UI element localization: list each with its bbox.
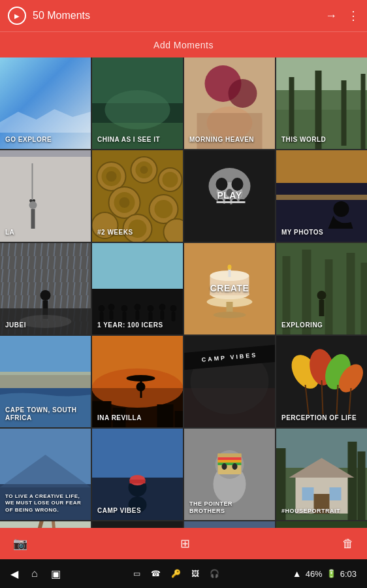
grid-item-la[interactable]: ♥ LA [0, 150, 91, 242]
arrow-right-icon[interactable]: → [325, 9, 337, 23]
svg-rect-166 [184, 521, 275, 528]
svg-rect-71 [110, 310, 114, 320]
houseportrait-bg [276, 429, 367, 520]
grid-item-go-explore[interactable]: GO EXPLORE [0, 57, 91, 149]
grid-item-icers[interactable]: 1 YEAR: 100 ICERS [92, 243, 183, 335]
grid-item-myphotos[interactable]: MY PHOTOS [276, 150, 367, 242]
svg-rect-141 [218, 457, 242, 460]
svg-point-78 [159, 304, 166, 310]
china-label: CHINA AS I SEE IT [97, 136, 178, 144]
exploring-bg [276, 243, 367, 335]
app-logo [8, 7, 26, 25]
svg-rect-135 [130, 480, 146, 483]
grid-item-morning[interactable]: Morning Heaven [184, 57, 275, 149]
ina-label: INA REVILLA [97, 414, 178, 422]
grid-item-last3[interactable] [184, 521, 275, 528]
weeks-bg [92, 150, 183, 242]
grid-item-creative[interactable]: To live a creative life, we must lose ou… [0, 429, 91, 520]
wifi-icon: ▲ [293, 568, 302, 579]
svg-point-85 [214, 312, 246, 318]
grid-item-world[interactable]: THIS WORLD [276, 57, 367, 149]
svg-rect-66 [92, 243, 183, 289]
grid-item-campvibes[interactable]: CAMP VIBES [184, 336, 275, 427]
morning-label: Morning Heaven [189, 136, 270, 144]
grid-item-last4[interactable] [276, 521, 367, 528]
svg-point-26 [106, 171, 117, 182]
recents-icon[interactable]: ▣ [51, 568, 61, 580]
add-moments-bar[interactable]: Add Moments [0, 31, 367, 57]
svg-point-144 [222, 463, 227, 470]
svg-point-80 [170, 305, 177, 312]
myphotos-bg [276, 150, 367, 242]
svg-rect-176 [276, 521, 367, 528]
delete-icon[interactable]: 🗑 [342, 537, 354, 551]
svg-rect-154 [330, 487, 342, 500]
jubei-label: JUBEI [5, 321, 86, 329]
svg-point-68 [99, 305, 105, 312]
sys-nav-icons: ◀ ⌂ ▣ [10, 568, 61, 580]
svg-rect-97 [276, 243, 367, 335]
svg-point-90 [228, 265, 232, 270]
time-display: 6:03 [340, 569, 357, 579]
svg-rect-79 [161, 310, 165, 320]
grid-item-weeks[interactable]: #2 WEEKS [92, 150, 183, 242]
go-explore-label: GO EXPLORE [5, 136, 86, 144]
svg-rect-81 [172, 312, 176, 321]
svg-rect-51 [217, 201, 246, 203]
pointer-label: THE POINTER BROTHERS [189, 500, 270, 515]
home-icon[interactable]: ⌂ [31, 568, 38, 580]
la-bg: ♥ [0, 150, 91, 242]
grid-item-exploring[interactable]: EXPLORING [276, 243, 367, 335]
svg-rect-19 [0, 150, 91, 157]
morning-bg [184, 57, 275, 149]
la-label: LA [5, 229, 86, 237]
svg-rect-143 [218, 463, 242, 465]
creative-label: To live a creative life, we must lose ou… [5, 493, 86, 514]
add-moments-button[interactable]: Add Moments [153, 40, 214, 50]
world-label: THIS WORLD [281, 136, 362, 144]
svg-point-145 [232, 463, 238, 470]
grid-item-pointer[interactable]: THE POINTER BROTHERS [184, 429, 275, 520]
go-explore-bg [0, 57, 91, 149]
ina-bg [92, 336, 183, 427]
campvibes2-label: Camp Vibes [97, 507, 178, 515]
svg-point-76 [148, 305, 154, 312]
grid-icon[interactable]: ⊞ [180, 536, 190, 551]
grid-item-perception[interactable]: PERCEPTION OF LIFE [276, 336, 367, 427]
svg-rect-99 [319, 300, 325, 316]
phone-icon: ☎ [151, 569, 161, 578]
svg-rect-75 [136, 310, 140, 320]
houseportrait-label: #HOUSEPORTRAIT [281, 508, 362, 515]
world-bg [276, 57, 367, 149]
grid-item-jubei[interactable]: JUBEI [0, 243, 91, 335]
svg-point-44 [216, 178, 228, 191]
back-icon[interactable]: ◀ [10, 568, 18, 580]
app-title: 50 Moments [33, 10, 325, 22]
svg-point-61 [40, 290, 51, 301]
grid-item-create[interactable]: CREATE [184, 243, 275, 335]
grid-item-campvibes2[interactable]: Camp Vibes [92, 429, 183, 520]
grid-item-china[interactable]: CHINA AS I SEE IT [92, 57, 183, 149]
svg-rect-73 [123, 312, 127, 321]
more-options-icon[interactable]: ⋮ [347, 8, 359, 23]
grid-item-houseportrait[interactable]: #HOUSEPORTRAIT [276, 429, 367, 520]
exploring-label: EXPLORING [281, 321, 362, 329]
grid-item-capetown[interactable]: Cape Town, South Africa [0, 336, 91, 427]
svg-point-45 [232, 178, 244, 191]
headphones-icon: 🎧 [210, 569, 219, 578]
svg-rect-130 [92, 429, 183, 481]
grid-item-play[interactable]: PLAY [184, 150, 275, 242]
svg-rect-18 [0, 150, 91, 242]
grid-item-ina[interactable]: INA REVILLA [92, 336, 183, 427]
campvibes2-bg [92, 429, 183, 520]
camera-icon[interactable]: 📷 [13, 536, 27, 551]
sys-center-icons: ▭ ☎ 🔑 🖼 🎧 [133, 569, 219, 578]
svg-point-70 [108, 304, 115, 310]
system-bar: ◀ ⌂ ▣ ▭ ☎ 🔑 🖼 🎧 ▲ 46% 🔋 6:03 [0, 559, 367, 588]
grid-item-last2[interactable] [92, 521, 183, 528]
svg-point-36 [155, 200, 173, 218]
grid-item-last1[interactable] [0, 521, 91, 528]
top-bar: 50 Moments → ⋮ [0, 0, 367, 31]
svg-rect-153 [302, 487, 314, 500]
weeks-label: #2 WEEKS [97, 229, 178, 237]
